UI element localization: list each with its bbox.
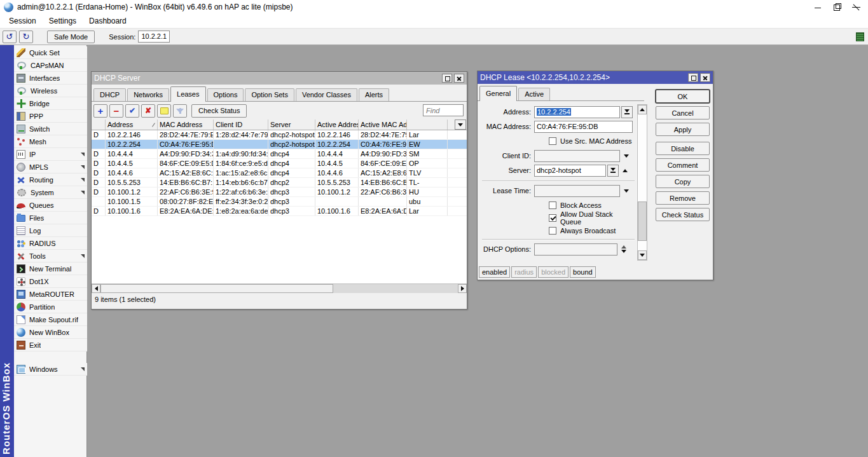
table-row[interactable]: D 10.100.1.2 22:AF:C6:B6:3E:9A 1:22:af:c… — [92, 188, 467, 197]
dhcp-lease-titlebar[interactable]: DHCP Lease <10.2.2.254,10.2.2.254> — [478, 71, 713, 84]
scrollbar-thumb[interactable] — [638, 201, 647, 241]
add-icon[interactable]: + — [93, 104, 107, 118]
tab[interactable]: Options — [207, 88, 244, 101]
spinner-icon[interactable] — [621, 245, 626, 253]
sidebar-item[interactable]: Partition — [14, 301, 87, 313]
dialog-button[interactable]: Remove — [656, 191, 710, 205]
menu-item[interactable]: Session — [3, 15, 43, 27]
close-icon[interactable] — [454, 74, 464, 83]
allow-dual-stack-checkbox[interactable] — [549, 214, 556, 222]
sidebar-item[interactable]: MetaROUTER — [14, 288, 87, 301]
table-row[interactable]: D 10.5.5.253 14:EB:B6:6C:B7:15 1:14:eb:b… — [92, 178, 467, 188]
comment-icon[interactable] — [157, 104, 171, 118]
tab[interactable]: Alerts — [359, 88, 389, 101]
dialog-button[interactable]: Cancel — [656, 106, 710, 119]
menu-item[interactable]: Dashboard — [83, 15, 133, 27]
table-row[interactable]: 10.2.2.254 C0:A4:76:FE:95:DB dhcp2-hotsp… — [92, 140, 467, 149]
dual-stack-row[interactable]: Allow Dual Stack Queue — [549, 214, 635, 222]
sidebar-item[interactable]: Log — [14, 224, 87, 237]
table-row[interactable]: D 10.100.1.6 E8:2A:EA:6A:DE:... 1:e8:2a:… — [92, 207, 467, 216]
collapse-up-icon[interactable] — [623, 169, 628, 172]
tab[interactable]: Option Sets — [245, 88, 294, 101]
sidebar-item[interactable]: Exit — [14, 339, 87, 351]
undo-icon[interactable]: ↺ — [3, 31, 17, 43]
scroll-down-icon[interactable] — [638, 250, 647, 260]
column-select-icon[interactable] — [455, 119, 466, 130]
sidebar-item[interactable]: System — [14, 186, 87, 199]
col-client-id-header[interactable]: Client ID — [214, 119, 268, 130]
always-broadcast-row[interactable]: Always Broadcast — [549, 226, 635, 235]
dialog-button[interactable]: Copy — [656, 175, 710, 188]
dialog-button[interactable]: Check Status — [656, 208, 710, 221]
dhcp-server-titlebar[interactable]: DHCP Server — [92, 72, 467, 85]
sidebar-item[interactable]: MPLS — [14, 161, 87, 174]
col-server-header[interactable]: Server — [268, 119, 315, 130]
dialog-button[interactable]: Disable — [656, 142, 710, 155]
sidebar-item[interactable]: Routing — [14, 174, 87, 186]
tab[interactable]: Vendor Classes — [296, 88, 357, 101]
lease-time-field[interactable] — [534, 185, 620, 197]
tab[interactable]: Networks — [127, 88, 169, 101]
restore-icon[interactable] — [442, 74, 452, 83]
sidebar-item[interactable]: Files — [14, 212, 87, 224]
table-row[interactable]: D 10.4.4.4 A4:D9:90:FD:34:31 1:a4:d9:90:… — [92, 149, 467, 159]
table-row[interactable]: D 10.2.2.146 28:D2:44:7E:79:E6 1:28:d2:4… — [92, 130, 467, 140]
block-access-row[interactable]: Block Access — [549, 201, 635, 210]
filter-icon[interactable] — [173, 104, 187, 118]
find-input[interactable] — [423, 104, 464, 116]
restore-icon[interactable] — [827, 1, 846, 13]
sidebar-item[interactable]: Windows — [14, 363, 87, 376]
tab[interactable]: Leases — [170, 86, 205, 102]
mac-address-field[interactable]: C0:A4:76:FE:95:DB — [534, 121, 633, 133]
col-active-address-header[interactable]: Active Address — [315, 119, 359, 130]
scroll-right-icon[interactable] — [458, 284, 467, 293]
col-flags-header[interactable] — [92, 119, 106, 130]
table-row[interactable]: 10.100.1.5 08:00:27:8F:82:E3 ff:e2:34:3f… — [92, 197, 467, 207]
dropdown-icon[interactable] — [624, 189, 629, 193]
minimize-icon[interactable] — [808, 1, 827, 13]
sidebar-item[interactable]: Wireless — [14, 85, 87, 97]
restore-icon[interactable] — [688, 73, 698, 82]
col-active-mac-header[interactable]: Active MAC Addre... — [359, 119, 407, 130]
col-host-header[interactable] — [407, 119, 448, 130]
dropdown-icon[interactable] — [624, 154, 629, 158]
sidebar-item[interactable]: Interfaces — [14, 72, 87, 85]
redo-icon[interactable]: ↻ — [19, 31, 33, 43]
expand-down-icon[interactable] — [621, 106, 633, 118]
server-field[interactable]: dhcp2-hotspot — [534, 165, 606, 177]
menu-item[interactable]: Settings — [43, 15, 83, 27]
tab[interactable]: DHCP — [93, 88, 126, 101]
close-icon[interactable] — [846, 1, 865, 13]
sidebar-item[interactable]: Quick Set — [14, 46, 87, 59]
check-status-button[interactable]: Check Status — [191, 104, 247, 118]
remove-icon[interactable]: − — [109, 104, 123, 118]
sidebar-item[interactable]: Tools — [14, 250, 87, 263]
col-address-header[interactable]: Address — [106, 119, 158, 130]
sidebar-item[interactable]: Dot1X — [14, 275, 87, 288]
table-row[interactable]: D 10.4.4.5 84:6F:CE:09:E5:D1 1:84:6f:ce:… — [92, 159, 467, 168]
session-value[interactable]: 10.2.2.1 — [138, 31, 170, 43]
close-icon[interactable] — [700, 73, 710, 82]
sidebar-item[interactable]: PPP — [14, 110, 87, 123]
sidebar-item[interactable]: Mesh — [14, 135, 87, 148]
expand-down-icon[interactable] — [607, 165, 619, 177]
enable-icon[interactable]: ✔ — [125, 104, 139, 118]
client-id-field[interactable] — [534, 150, 620, 162]
scroll-up-icon[interactable] — [638, 105, 647, 114]
col-mac-header[interactable]: MAC Address — [158, 119, 214, 130]
vertical-scrollbar[interactable] — [637, 104, 647, 261]
sidebar-item[interactable]: Bridge — [14, 97, 87, 110]
sidebar-item[interactable]: New Terminal — [14, 263, 87, 275]
always-broadcast-checkbox[interactable] — [549, 227, 556, 235]
address-field[interactable]: 10.2.2.254 — [534, 106, 620, 118]
horizontal-scrollbar[interactable] — [92, 283, 467, 293]
sidebar-item[interactable]: New WinBox — [14, 326, 87, 339]
dialog-button[interactable]: Comment — [656, 158, 710, 172]
sidebar-item[interactable]: Switch — [14, 123, 87, 135]
disable-icon[interactable]: ✘ — [141, 104, 155, 118]
use-src-mac-row[interactable]: Use Src. MAC Address — [549, 137, 635, 146]
table-row[interactable]: D 10.4.4.6 AC:15:A2:E8:6C:B2 1:ac:15:a2:… — [92, 168, 467, 178]
safe-mode-button[interactable]: Safe Mode — [47, 31, 95, 43]
tab[interactable]: General — [479, 86, 517, 101]
main-titlebar[interactable]: admin@10.2.2.1 (Erdana-Home) - WinBox (6… — [0, 0, 868, 14]
